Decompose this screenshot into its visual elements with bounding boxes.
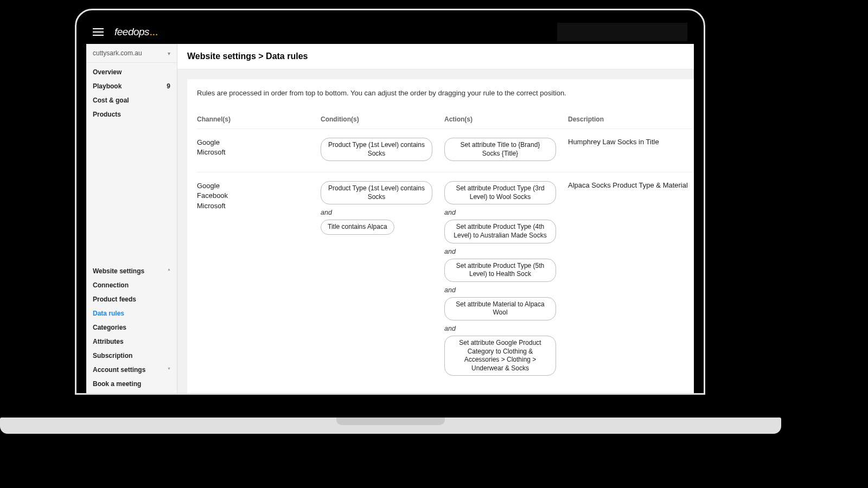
nav-top-group: Overview Playbook 9 Cost & goal Products xyxy=(86,63,177,124)
header-channels: Channel(s) xyxy=(197,115,321,123)
sidebar-item-label: Website settings xyxy=(93,267,144,275)
rule-conditions: Product Type (1st Level) contains Socks xyxy=(321,138,444,163)
rules-card: Rules are processed in order from top to… xyxy=(187,79,694,393)
intro-prefix: Rules are processed in order from top to… xyxy=(197,89,438,97)
sidebar-item-label: Products xyxy=(93,111,121,118)
condition-pill[interactable]: Product Type (1st Level) contains Socks xyxy=(321,181,432,204)
app-body: cuttysark.com.au ▾ Overview Playbook 9 C… xyxy=(86,44,694,393)
header-description: Description xyxy=(568,115,694,123)
menu-icon[interactable] xyxy=(93,28,104,36)
header-actions: Action(s) xyxy=(444,115,568,123)
sidebar-item-account-settings[interactable]: Account settings ˅ xyxy=(86,363,177,377)
topbar-right-region xyxy=(557,23,687,41)
sidebar-item-products[interactable]: Products xyxy=(86,107,177,121)
table-header-row: Channel(s) Condition(s) Action(s) Descri… xyxy=(197,115,694,129)
sidebar-item-label: Account settings xyxy=(93,366,145,374)
brand-name: feedops xyxy=(114,26,149,38)
rule-row[interactable]: Google Facebook Microsoft Product Type (… xyxy=(197,172,694,387)
chevron-down-icon: ▾ xyxy=(168,50,170,56)
channel-label: Facebook xyxy=(197,191,321,201)
action-conjunction: and xyxy=(444,246,568,259)
nav-bottom-group: Website settings ˄ Connection Product fe… xyxy=(86,264,177,393)
action-pill[interactable]: Set attribute Google Product Category to… xyxy=(444,336,556,376)
action-pill[interactable]: Set attribute Product Type (3rd Level) t… xyxy=(444,181,556,204)
sidebar: cuttysark.com.au ▾ Overview Playbook 9 C… xyxy=(86,44,177,393)
brand-logo: feedops... xyxy=(114,26,158,38)
main-content: Website settings > Data rules Rules are … xyxy=(177,44,694,393)
rule-conditions: Product Type (1st Level) contains Socks … xyxy=(321,181,444,378)
playbook-badge: 9 xyxy=(167,82,170,90)
channel-label: Google xyxy=(197,181,321,191)
action-conjunction: and xyxy=(444,207,568,220)
top-bar: feedops... xyxy=(86,20,694,44)
action-pill[interactable]: Set attribute Product Type (4th Level) t… xyxy=(444,220,556,243)
site-selector[interactable]: cuttysark.com.au ▾ xyxy=(86,44,177,63)
sidebar-item-attributes[interactable]: Attributes xyxy=(86,335,177,349)
condition-conjunction: and xyxy=(321,207,444,220)
rule-description: Humphrey Law Socks in Title xyxy=(568,138,694,163)
sidebar-item-categories[interactable]: Categories xyxy=(86,320,177,335)
sidebar-item-cost-goal[interactable]: Cost & goal xyxy=(86,93,177,107)
sidebar-item-overview[interactable]: Overview xyxy=(86,65,177,79)
intro-text: Rules are processed in order from top to… xyxy=(197,89,694,97)
sidebar-item-data-rules[interactable]: Data rules xyxy=(86,306,177,320)
rule-actions: Set attribute Product Type (3rd Level) t… xyxy=(444,181,568,378)
rule-actions: Set attribute Title to {Brand} Socks {Ti… xyxy=(444,138,568,163)
laptop-frame: feedops... cuttysark.com.au ▾ Overview P… xyxy=(75,9,705,395)
page-title: Website settings > Data rules xyxy=(177,44,694,69)
laptop-notch xyxy=(336,418,445,425)
condition-pill[interactable]: Product Type (1st Level) contains Socks xyxy=(321,138,432,161)
intro-emphasis: dragging your rule to the correct positi… xyxy=(438,89,566,97)
content-area: Rules are processed in order from top to… xyxy=(177,69,694,393)
brand-accent-dots: ... xyxy=(150,28,158,37)
action-conjunction: and xyxy=(444,284,568,297)
sidebar-item-website-settings[interactable]: Website settings ˄ xyxy=(86,264,177,278)
site-selector-value: cuttysark.com.au xyxy=(93,49,142,57)
action-conjunction: and xyxy=(444,323,568,336)
header-conditions: Condition(s) xyxy=(321,115,444,123)
rule-description: Alpaca Socks Product Type & Material xyxy=(568,181,694,378)
rule-row[interactable]: Google Microsoft Product Type (1st Level… xyxy=(197,129,694,172)
condition-pill[interactable]: Title contains Alpaca xyxy=(321,220,394,235)
action-pill[interactable]: Set attribute Title to {Brand} Socks {Ti… xyxy=(444,138,556,161)
channel-label: Microsoft xyxy=(197,201,321,211)
rule-channels: Google Microsoft xyxy=(197,138,321,163)
action-pill[interactable]: Set attribute Product Type (5th Level) t… xyxy=(444,259,556,282)
sidebar-item-product-feeds[interactable]: Product feeds xyxy=(86,292,177,306)
sidebar-item-connection[interactable]: Connection xyxy=(86,278,177,292)
sidebar-item-playbook[interactable]: Playbook 9 xyxy=(86,79,177,93)
chevron-up-icon: ˄ xyxy=(168,268,170,274)
channel-label: Microsoft xyxy=(197,147,321,157)
sidebar-item-label: Playbook xyxy=(93,82,122,90)
sidebar-item-book-meeting[interactable]: Book a meeting xyxy=(86,377,177,391)
action-pill[interactable]: Set attribute Material to Alpaca Wool xyxy=(444,297,556,320)
channel-label: Google xyxy=(197,138,321,147)
app-screen: feedops... cuttysark.com.au ▾ Overview P… xyxy=(86,20,694,393)
sidebar-item-label: Cost & goal xyxy=(93,97,129,104)
sidebar-item-label: Overview xyxy=(93,68,122,76)
sidebar-item-subscription[interactable]: Subscription xyxy=(86,349,177,363)
rule-channels: Google Facebook Microsoft xyxy=(197,181,321,378)
chevron-down-icon: ˅ xyxy=(168,367,170,373)
